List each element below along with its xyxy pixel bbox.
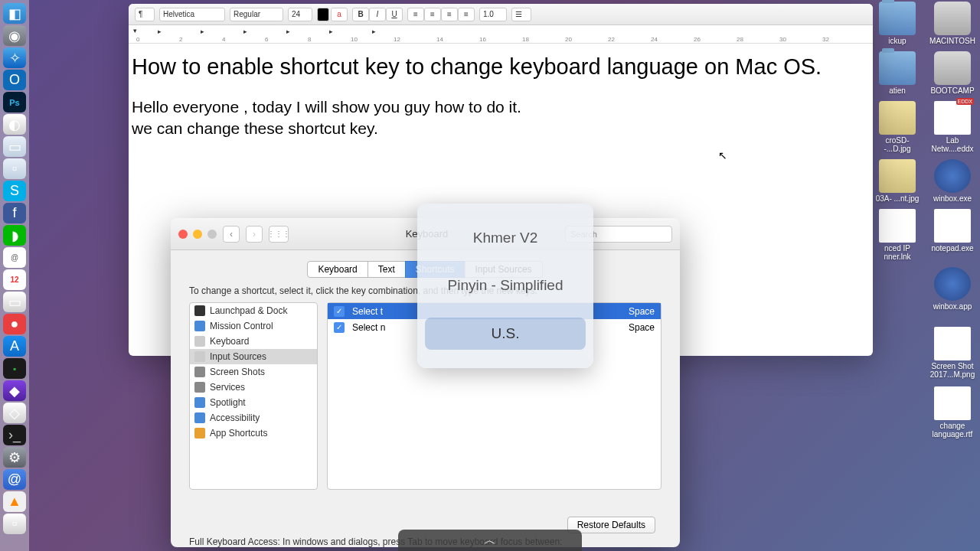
highlight-color-button[interactable]: a <box>331 8 348 21</box>
desktop-icon[interactable] <box>871 327 923 380</box>
category-list: Launchpad & DockMission ControlKeyboardI… <box>189 302 318 490</box>
input-source-option[interactable]: Pinyin - Simplified <box>425 269 586 302</box>
bold-button[interactable]: B <box>352 8 369 21</box>
dock-terminal-icon[interactable]: ›_ <box>3 425 26 445</box>
dock-icon[interactable]: ▭ <box>3 136 26 157</box>
file-icon <box>879 209 916 243</box>
zoom-button[interactable] <box>207 230 217 239</box>
file-icon <box>934 386 971 420</box>
underline-button[interactable]: U <box>386 8 403 21</box>
category-keyboard[interactable]: Keyboard <box>190 334 317 349</box>
textedit-toolbar: ¶ Helvetica Regular 24 a B I U ≡ ≡ ≡ ≡ 1… <box>129 4 873 25</box>
back-button[interactable]: ‹ <box>223 226 240 243</box>
icon-label: ickup <box>888 37 906 45</box>
desktop-icon[interactable]: BOOTCAMP <box>926 51 978 95</box>
font-weight-select[interactable]: Regular <box>230 8 283 21</box>
align-center-button[interactable]: ≡ <box>424 8 441 21</box>
icon-label: nced IP nner.lnk <box>871 244 923 261</box>
desktop-icon[interactable]: Screen Shot 2017...M.png <box>926 327 978 380</box>
document-title[interactable]: How to enable shortcut key to change key… <box>132 54 870 80</box>
dock-app2-icon[interactable]: ◆ <box>3 380 26 401</box>
category-launchpad---dock[interactable]: Launchpad & Dock <box>190 303 317 318</box>
textedit-content[interactable]: How to enable shortcut key to change key… <box>129 44 873 151</box>
tab-text[interactable]: Text <box>368 261 406 278</box>
category-icon <box>194 336 205 347</box>
bottom-dock-indicator[interactable]: ︿ <box>398 530 582 551</box>
desktop-icon[interactable]: 03A- ...nt.jpg <box>871 159 923 203</box>
category-mission-control[interactable]: Mission Control <box>190 318 317 334</box>
dock-app24-icon[interactable]: ▫ <box>3 514 26 534</box>
minimize-button[interactable] <box>193 230 202 239</box>
img-icon <box>879 101 916 135</box>
dock-dashboard-icon[interactable]: ◉ <box>3 25 26 46</box>
document-paragraph[interactable]: Hello everyone , today I will show you g… <box>132 96 870 118</box>
category-label: Launchpad & Dock <box>210 305 287 316</box>
italic-button[interactable]: I <box>369 8 386 21</box>
dock-appstore-icon[interactable]: A <box>3 336 26 357</box>
icon-label: 03A- ...nt.jpg <box>876 194 920 203</box>
desktop-icon[interactable]: croSD- -...D.jpg <box>871 101 923 153</box>
dock-finder2-icon[interactable]: ▫ <box>3 158 26 179</box>
dock-safari-icon[interactable]: ✧ <box>3 47 26 68</box>
desktop-icon[interactable]: atien <box>871 51 923 95</box>
font-size-select[interactable]: 24 <box>288 8 312 21</box>
input-source-option[interactable]: U.S. <box>425 318 586 350</box>
icon-label: winbox.app <box>933 302 972 311</box>
font-family-select[interactable]: Helvetica <box>159 8 225 21</box>
dock-app-icon[interactable]: @ <box>3 247 26 268</box>
category-app-shortcuts[interactable]: App Shortcuts <box>190 425 317 441</box>
folder-icon <box>879 51 916 85</box>
winbox-icon <box>934 159 971 193</box>
dock-skype-icon[interactable]: S <box>3 181 26 201</box>
input-source-option[interactable]: Khmer V2 <box>425 222 586 254</box>
folder-icon <box>879 2 916 35</box>
dock-unity-icon[interactable]: ◇ <box>3 403 26 423</box>
desktop-icon[interactable]: ickup <box>871 2 923 45</box>
checkbox[interactable]: ✓ <box>334 322 345 333</box>
dock-settings-icon[interactable]: ⚙ <box>3 447 26 468</box>
desktop-icon[interactable]: notepad.exe <box>926 209 978 261</box>
align-right-button[interactable]: ≡ <box>441 8 458 21</box>
dock-facebook-icon[interactable]: f <box>3 203 26 223</box>
category-services[interactable]: Services <box>190 380 317 395</box>
paragraph-style-select[interactable]: ¶ <box>135 8 155 21</box>
desktop-icon[interactable]: winbox.app <box>926 267 978 321</box>
category-input-sources[interactable]: Input Sources <box>190 349 317 364</box>
desktop-icon[interactable] <box>871 267 923 321</box>
desktop-icon[interactable]: EDDXLab Netw....eddx <box>926 101 978 153</box>
list-style-select[interactable]: ☰ <box>511 8 531 21</box>
input-source-switcher: Khmer V2Pinyin - SimplifiedU.S. <box>417 204 593 368</box>
desktop-icon[interactable]: MACINTOSH <box>926 2 978 45</box>
category-spotlight[interactable]: Spotlight <box>190 395 317 410</box>
document-paragraph[interactable]: we can change these shortcut key. <box>132 118 870 139</box>
dock-notes-icon[interactable]: ▭ <box>3 292 26 312</box>
close-button[interactable] <box>178 230 188 239</box>
desktop-icon[interactable]: winbox.exe <box>926 159 978 203</box>
dock-reminders-icon[interactable]: ● <box>3 314 26 334</box>
align-justify-button[interactable]: ≡ <box>458 8 475 21</box>
dock-finder-icon[interactable]: ◧ <box>3 3 26 24</box>
desktop-icon[interactable] <box>871 386 923 440</box>
desktop-icon[interactable]: change language.rtf <box>926 386 978 440</box>
desktop-icon[interactable]: nced IP nner.lnk <box>871 209 923 261</box>
textedit-ruler[interactable]: 0▸2▸4▸6▸8▸10▸1214161820222426283032▾ <box>129 25 873 44</box>
align-left-button[interactable]: ≡ <box>407 8 424 21</box>
text-color-button[interactable] <box>317 8 329 21</box>
line-spacing-select[interactable]: 1.0 <box>479 8 507 21</box>
dock-vlc-icon[interactable]: ▲ <box>3 491 26 512</box>
category-accessibility[interactable]: Accessibility <box>190 410 317 425</box>
desktop-icons: ickupMACINTOSHatienBOOTCAMPcroSD- -...D.… <box>867 2 978 440</box>
tab-keyboard[interactable]: Keyboard <box>307 261 368 278</box>
show-all-button[interactable]: ⋮⋮⋮ <box>269 226 289 243</box>
dock-activity-icon[interactable]: ▪ <box>3 358 26 379</box>
dock-mail-icon[interactable]: @ <box>3 469 26 490</box>
dock-line-icon[interactable]: ◗ <box>3 225 26 246</box>
category-screen-shots[interactable]: Screen Shots <box>190 364 317 380</box>
dock-calendar-icon[interactable]: 12 <box>3 269 26 290</box>
dock-disk-icon[interactable]: ◐ <box>3 114 26 135</box>
cursor-icon: ↖ <box>718 149 727 161</box>
forward-button[interactable]: › <box>246 226 263 243</box>
dock-outlook-icon[interactable]: O <box>3 70 26 90</box>
dock-photoshop-icon[interactable]: Ps <box>3 92 26 112</box>
checkbox[interactable]: ✓ <box>334 306 345 317</box>
